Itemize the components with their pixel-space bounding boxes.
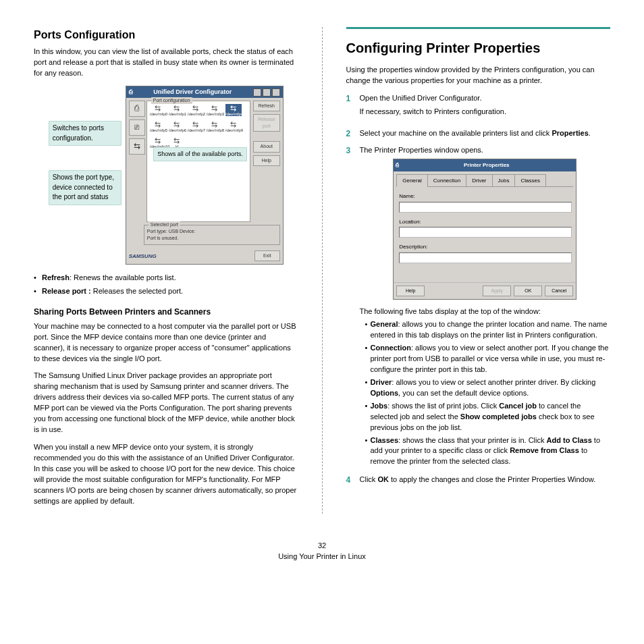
desc-classes: • Classes: shows the class that your pri… (365, 435, 611, 468)
sharing-p3: When you install a new MFP device onto y… (34, 442, 298, 507)
configuring-heading: Configuring Printer Properties (346, 38, 611, 58)
port-icon: ⇆ (225, 104, 242, 112)
name-input[interactable] (399, 202, 572, 213)
pp-title-text: Printer Properties (399, 161, 574, 169)
side-ports-icon[interactable]: ⇆ (129, 138, 145, 155)
maximize-icon[interactable] (263, 88, 271, 97)
column-divider (322, 27, 323, 514)
step-4: 4 Click OK to apply the changes and clos… (346, 475, 611, 486)
port-item[interactable]: ⇆/dev/mfp0 (150, 104, 166, 116)
selected-port-label: Selected port (149, 221, 180, 228)
port-icon: ⇆ (150, 120, 166, 128)
samsung-logo: SAMSUNG (129, 252, 157, 261)
sharing-p2: The Samsung Unified Linux Driver package… (34, 371, 298, 435)
port-list-label: Port configuration (151, 97, 192, 104)
selected-port-state: Port is unused. (147, 235, 277, 242)
exit-button[interactable]: Exit (254, 250, 280, 261)
udc-window: ⎙ Unified Driver Configurator ⎙ ⎚ ⇆ (126, 86, 284, 265)
pp-help-button[interactable]: Help (396, 286, 425, 296)
tab-general[interactable]: General (396, 174, 427, 188)
port-item[interactable]: ⇆/dev/mfp6 (169, 120, 185, 132)
port-item[interactable]: ⇆/dev/mfp3 (207, 104, 223, 116)
port-icon: ⇆ (150, 136, 166, 144)
ok-button[interactable]: OK (514, 286, 542, 296)
side-scanners-icon[interactable]: ⎚ (129, 119, 145, 136)
sharing-p1: Your machine may be connected to a host … (34, 321, 298, 365)
udc-title-text: Unified Driver Configurator (132, 88, 253, 97)
callout-shows-all: Shows all of the available ports. (153, 147, 247, 161)
tab-connection[interactable]: Connection (427, 174, 466, 188)
port-item[interactable]: ⇆/dev/mfp4 (225, 104, 242, 116)
ports-config-intro: In this window, you can view the list of… (34, 47, 298, 79)
help-button[interactable]: Help (253, 155, 280, 166)
page-footer: 32 Using Your Printer in Linux (34, 541, 610, 562)
description-input[interactable] (399, 252, 572, 263)
cancel-button[interactable]: Cancel (545, 286, 573, 296)
step-3: 3 The Printer Properties window opens. ⎙… (346, 145, 611, 469)
minimize-icon[interactable] (253, 88, 261, 97)
about-button[interactable]: About (253, 141, 280, 152)
configuring-intro: Using the properties window provided by … (346, 65, 611, 86)
selected-port-type: Port type: USB Device: (147, 228, 277, 235)
port-item[interactable]: ⇆/dev/mfp8 (207, 120, 223, 132)
desc-jobs: • Jobs: shows the list of print jobs. Cl… (365, 401, 611, 433)
tab-jobs[interactable]: Jobs (492, 174, 516, 188)
bullet-release: • Release port : Releases the selected p… (34, 286, 298, 297)
desc-driver: • Driver: allows you to view or select a… (365, 377, 611, 399)
port-item[interactable]: ⇆/dev/mfp2 (188, 104, 204, 116)
step-2: 2 Select your machine on the available p… (346, 128, 611, 140)
selected-port-box: Selected port Port type: USB Device: Por… (144, 225, 280, 245)
location-input[interactable] (399, 227, 572, 238)
description-label: Description: (399, 243, 570, 251)
port-icon: ⇆ (169, 104, 185, 112)
name-label: Name: (399, 192, 570, 200)
port-item[interactable]: ⇆/dev/mfp5 (150, 120, 166, 132)
port-list-box: Port configuration ⇆/dev/mfp0 ⇆/dev/mfp1… (146, 101, 250, 222)
close-icon[interactable] (272, 88, 280, 97)
ports-config-heading: Ports Configuration (34, 27, 298, 43)
desc-general: • General: allows you to change the prin… (365, 319, 611, 341)
udc-figure: Switches to ports configuration. Shows t… (34, 86, 298, 265)
apply-button[interactable]: Apply (483, 286, 511, 296)
port-icons: ⇆/dev/mfp0 ⇆/dev/mfp1 ⇆/dev/mfp2 ⇆/dev/m… (150, 104, 247, 149)
port-item[interactable]: ⇆/dev/mfp9 (225, 120, 242, 132)
chapter-name: Using Your Printer in Linux (34, 552, 610, 562)
port-icon: ⇆ (169, 136, 185, 144)
location-label: Location: (399, 218, 570, 226)
port-icon: ⇆ (150, 104, 166, 112)
tab-driver[interactable]: Driver (466, 174, 492, 188)
port-icon: ⇆ (188, 120, 204, 128)
printer-properties-window: ⎙ Printer Properties General Connection … (393, 159, 576, 300)
port-icon: ⇆ (207, 120, 223, 128)
tabs-intro: The following five tabs display at the t… (360, 306, 611, 317)
release-port-button[interactable]: Release port (253, 114, 280, 132)
sharing-heading: Sharing Ports Between Printers and Scann… (34, 306, 298, 318)
tab-classes[interactable]: Classes (514, 174, 545, 188)
port-icon: ⇆ (188, 104, 204, 112)
port-item[interactable]: ⇆/dev/mfp1 (169, 104, 185, 116)
side-printers-icon[interactable]: ⎙ (129, 101, 145, 117)
bullet-refresh: • Refresh: Renews the available ports li… (34, 273, 298, 284)
port-icon: ⇆ (225, 120, 242, 128)
callout-status: Shows the port type, device connected to… (49, 170, 122, 205)
step-1: 1 Open the Unified Driver Configurator. … (346, 93, 611, 123)
port-icon: ⇆ (169, 120, 185, 128)
desc-connection: • Connection: allows you to view or sele… (365, 343, 611, 375)
port-item[interactable]: ⇆/dev/mfp7 (188, 120, 204, 132)
section-rule (346, 27, 611, 29)
callout-switch: Switches to ports configuration. (49, 121, 122, 146)
port-icon: ⇆ (207, 104, 223, 112)
page-number: 32 (34, 541, 610, 552)
refresh-button[interactable]: Refresh (253, 101, 280, 111)
